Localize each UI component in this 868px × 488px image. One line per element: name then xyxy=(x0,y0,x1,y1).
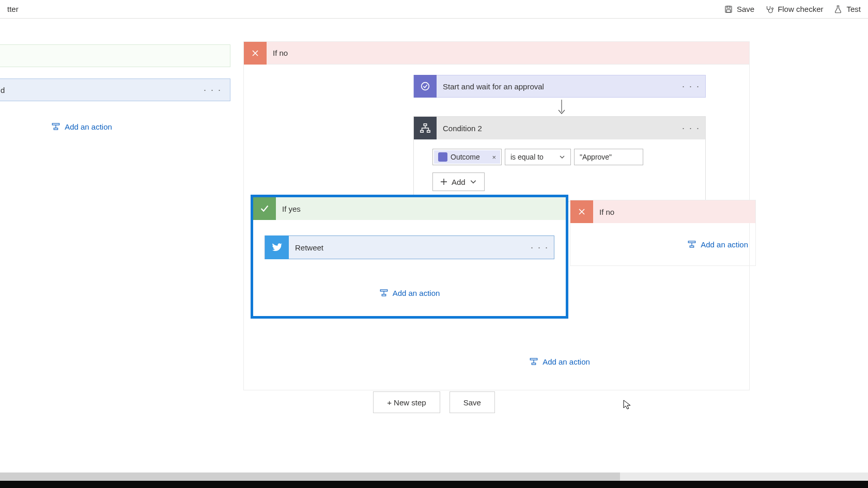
add-action-icon xyxy=(687,240,696,249)
condition-operator-select[interactable]: is equal to xyxy=(505,149,571,165)
left-ifyes-header-partial xyxy=(0,44,230,67)
svg-rect-13 xyxy=(690,246,694,247)
bottom-save-label: Save xyxy=(463,398,481,407)
retweet-action-card[interactable]: Retweet · · · xyxy=(265,235,554,259)
add-action-icon xyxy=(529,357,538,366)
condition-value-input[interactable]: "Approve" xyxy=(574,149,643,165)
chevron-down-icon xyxy=(470,178,477,185)
save-button[interactable]: Save xyxy=(724,5,754,14)
outer-add-action-button[interactable]: Add an action xyxy=(413,357,706,366)
bottom-save-button[interactable]: Save xyxy=(450,391,495,413)
svg-rect-1 xyxy=(727,6,730,8)
outer-if-no-label: If no xyxy=(273,49,288,57)
if-no-add-action-label: Add an action xyxy=(701,240,748,249)
cross-icon xyxy=(570,200,593,223)
plus-icon xyxy=(440,178,447,185)
approval-icon xyxy=(414,75,437,98)
condition-operator-label: is equal to xyxy=(510,153,544,161)
scrollbar-thumb[interactable] xyxy=(0,473,620,481)
svg-rect-14 xyxy=(530,358,537,360)
save-icon xyxy=(724,5,733,14)
if-yes-container: If yes Retweet · · · Add an action xyxy=(251,195,568,319)
condition-left-operand[interactable]: Outcome × xyxy=(432,149,502,165)
left-add-action-label: Add an action xyxy=(65,122,112,131)
top-toolbar: tter Save Flow checker Test xyxy=(0,0,868,19)
check-icon xyxy=(253,197,276,220)
more-icon[interactable]: · · · xyxy=(200,85,225,96)
more-icon[interactable]: · · · xyxy=(525,242,554,253)
if-yes-add-action-button[interactable]: Add an action xyxy=(265,288,554,297)
condition-add-label: Add xyxy=(452,178,466,186)
svg-rect-7 xyxy=(424,124,427,126)
svg-point-6 xyxy=(422,83,429,90)
test-button[interactable]: Test xyxy=(833,5,861,14)
svg-point-3 xyxy=(772,8,773,9)
condition-label: Condition 2 xyxy=(443,124,677,133)
if-yes-header[interactable]: If yes xyxy=(253,197,566,220)
if-no-label: If no xyxy=(599,208,614,216)
remove-token-icon[interactable]: × xyxy=(492,153,496,161)
condition-header[interactable]: Condition 2 · · · xyxy=(414,117,705,139)
svg-rect-8 xyxy=(421,131,424,133)
bottom-edge-strip xyxy=(0,481,868,488)
if-no-add-action-button[interactable]: Add an action xyxy=(687,240,748,249)
condition-add-button[interactable]: Add xyxy=(432,172,485,191)
if-yes-add-action-label: Add an action xyxy=(393,289,440,297)
svg-rect-12 xyxy=(689,241,696,243)
left-action-card-partial[interactable]: d · · · xyxy=(0,78,230,101)
svg-rect-4 xyxy=(52,123,59,125)
svg-rect-10 xyxy=(380,290,388,291)
test-label: Test xyxy=(846,5,861,13)
if-yes-label: If yes xyxy=(282,204,301,213)
outer-if-no-header[interactable]: If no xyxy=(244,42,749,65)
if-no-header[interactable]: If no xyxy=(570,200,755,223)
svg-rect-9 xyxy=(427,131,430,133)
condition-icon xyxy=(414,117,437,139)
new-step-button[interactable]: + New step xyxy=(373,391,440,413)
twitter-icon xyxy=(265,235,289,259)
outer-if-no-container: If no Start and wait for an approval · ·… xyxy=(243,41,750,390)
add-action-icon xyxy=(51,122,60,131)
outer-add-action-label: Add an action xyxy=(542,357,590,366)
condition-value-text: "Approve" xyxy=(580,153,612,161)
more-icon[interactable]: · · · xyxy=(677,81,705,92)
flow-title-fragment: tter xyxy=(7,5,19,13)
token-icon xyxy=(438,152,447,162)
new-step-label: + New step xyxy=(387,398,426,407)
more-icon[interactable]: · · · xyxy=(677,123,705,134)
bottom-button-row: + New step Save xyxy=(0,391,868,413)
svg-rect-2 xyxy=(726,9,731,12)
flow-checker-button[interactable]: Flow checker xyxy=(765,5,823,14)
flask-icon xyxy=(833,5,843,14)
flow-checker-label: Flow checker xyxy=(778,5,823,13)
save-label: Save xyxy=(737,5,754,13)
if-no-container: If no Add an action xyxy=(570,200,756,266)
retweet-action-label: Retweet xyxy=(295,243,525,252)
left-action-text-fragment: d xyxy=(1,86,5,95)
left-add-action-button[interactable]: Add an action xyxy=(0,122,230,131)
condition-token-label: Outcome xyxy=(451,153,480,161)
svg-rect-11 xyxy=(382,294,386,296)
approval-action-card[interactable]: Start and wait for an approval · · · xyxy=(413,75,706,98)
svg-rect-15 xyxy=(532,363,536,365)
chevron-down-icon xyxy=(559,154,565,160)
flow-arrow-icon xyxy=(556,100,567,115)
condition-card: Condition 2 · · · Outcome × i xyxy=(413,116,706,202)
stethoscope-icon xyxy=(765,5,774,14)
cross-icon xyxy=(244,42,267,65)
svg-rect-5 xyxy=(54,128,58,130)
approval-action-label: Start and wait for an approval xyxy=(443,82,677,91)
horizontal-scrollbar[interactable] xyxy=(0,473,868,481)
add-action-icon xyxy=(379,288,389,297)
